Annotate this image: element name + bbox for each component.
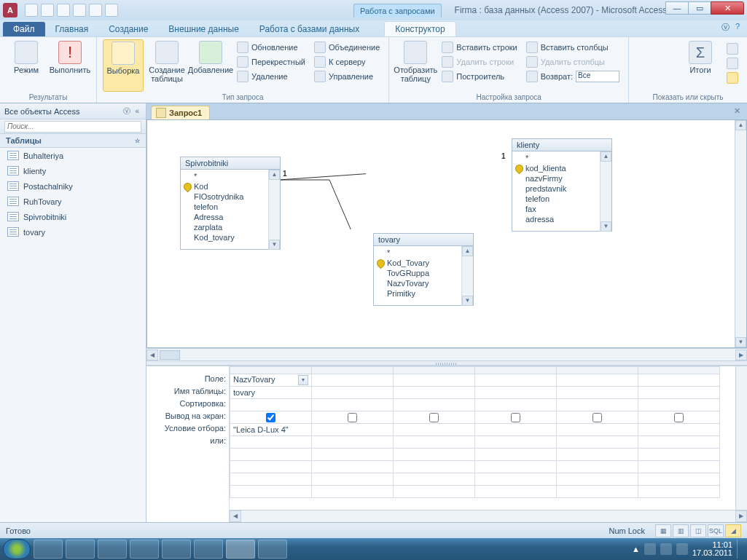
nav-item[interactable]: tovary bbox=[0, 224, 146, 240]
update-button[interactable]: Обновление bbox=[234, 41, 308, 54]
scroll-left-icon[interactable]: ◀ bbox=[146, 350, 158, 360]
return-combo[interactable]: Все bbox=[576, 71, 619, 82]
scroll-left-icon[interactable]: ◀ bbox=[230, 510, 241, 522]
qbe-scrollbar-h[interactable]: ◀ ▶ bbox=[230, 510, 747, 522]
params-button[interactable] bbox=[724, 42, 741, 55]
view-datasheet-icon[interactable]: ▦ bbox=[655, 524, 671, 537]
tab-home[interactable]: Главная bbox=[45, 22, 99, 36]
view-chart-icon[interactable]: ◫ bbox=[690, 524, 706, 537]
field-item[interactable]: nazvFirmy bbox=[524, 173, 609, 184]
insertrows-button[interactable]: Вставить строки bbox=[439, 41, 520, 54]
nav-item[interactable]: klienty bbox=[0, 163, 146, 178]
tray-volume-icon[interactable] bbox=[676, 543, 688, 555]
scroll-right-icon[interactable]: ▶ bbox=[735, 510, 747, 522]
query-designer[interactable]: 1 1 Spivrobitniki *KodFIOsotrydnikatelef… bbox=[146, 119, 747, 348]
field-item[interactable]: fax bbox=[524, 204, 609, 214]
minimize-button[interactable]: — bbox=[665, 1, 689, 15]
collapse-group-icon[interactable]: ☆ bbox=[135, 138, 140, 144]
showtable-button[interactable]: Отобразить таблицу bbox=[395, 39, 436, 92]
field-item[interactable]: zarplata bbox=[192, 222, 277, 232]
table-title[interactable]: tovary bbox=[374, 234, 473, 246]
field-item[interactable]: Kod_Tovary bbox=[386, 258, 470, 268]
field-star[interactable]: * bbox=[192, 171, 277, 181]
maketable-button[interactable]: Создание таблицы bbox=[146, 39, 187, 92]
field-item[interactable]: adressa bbox=[524, 214, 609, 224]
document-close-button[interactable]: ✕ bbox=[731, 106, 743, 117]
scroll-up-icon[interactable]: ▲ bbox=[462, 246, 473, 256]
scroll-up-icon[interactable]: ▲ bbox=[601, 151, 611, 162]
close-button[interactable]: ✕ bbox=[711, 1, 744, 15]
view-design-icon[interactable]: ◢ bbox=[725, 524, 741, 537]
scroll-right-icon[interactable]: ▶ bbox=[735, 350, 747, 360]
start-button[interactable] bbox=[3, 539, 31, 559]
builder-button[interactable]: Построитель bbox=[439, 70, 520, 83]
select-query-button[interactable]: Выборка bbox=[103, 39, 144, 92]
scroll-down-icon[interactable]: ▼ bbox=[462, 296, 473, 306]
view-sql-icon[interactable]: SQL bbox=[708, 524, 724, 537]
propsheet-button[interactable] bbox=[724, 57, 741, 70]
file-tab[interactable]: Файл bbox=[3, 22, 45, 36]
nav-item[interactable]: RuhTovary bbox=[0, 194, 146, 209]
field-item[interactable]: predstavnik bbox=[524, 184, 609, 194]
delete-button[interactable]: Удаление bbox=[234, 70, 308, 83]
run-button[interactable]: !Выполнить bbox=[50, 39, 90, 92]
field-item[interactable]: TovGRuppa bbox=[386, 268, 470, 278]
table-box-klienty[interactable]: klienty *kod_klientanazvFirmypredstavnik… bbox=[512, 138, 612, 232]
minimize-ribbon-icon[interactable]: ⓥ bbox=[721, 22, 730, 33]
totals-button[interactable]: ΣИтоги bbox=[680, 39, 721, 92]
field-item[interactable]: Kod bbox=[192, 181, 277, 192]
scroll-thumb[interactable] bbox=[160, 350, 180, 360]
field-item[interactable]: telefon bbox=[524, 194, 609, 204]
scrollbar[interactable]: ▲▼ bbox=[461, 246, 473, 306]
qbe-grid[interactable]: Поле: Имя таблицы: Сортировка: Вывод на … bbox=[146, 366, 747, 522]
table-title[interactable]: klienty bbox=[512, 139, 611, 151]
tray-network-icon[interactable] bbox=[660, 543, 672, 555]
qat-btn-icon[interactable] bbox=[89, 4, 102, 17]
table-box-spivrobitniki[interactable]: Spivrobitniki *KodFIOsotrydnikatelefonAd… bbox=[180, 157, 281, 250]
navgroup-tables[interactable]: Таблицы☆ bbox=[0, 134, 146, 148]
scrollbar[interactable]: ▲▼ bbox=[600, 151, 611, 232]
splitter-handle[interactable] bbox=[146, 360, 747, 366]
qbe-show-checkbox[interactable] bbox=[266, 413, 275, 422]
tab-external[interactable]: Внешние данные bbox=[158, 22, 249, 36]
table-box-tovary[interactable]: tovary *Kod_TovaryTovGRuppaNazvTovaryPri… bbox=[373, 233, 474, 306]
qbe-show-checkbox[interactable] bbox=[348, 413, 357, 422]
qat-save-icon[interactable] bbox=[25, 4, 38, 17]
scroll-down-icon[interactable]: ▼ bbox=[735, 337, 746, 347]
taskbar-access-icon[interactable] bbox=[226, 540, 255, 559]
view-pivot-icon[interactable]: ▥ bbox=[673, 524, 689, 537]
taskbar-calc-icon[interactable] bbox=[194, 540, 223, 559]
taskbar-app2-icon[interactable] bbox=[162, 540, 191, 559]
qbe-show-checkbox[interactable] bbox=[674, 413, 684, 422]
system-tray[interactable]: ▲ 11:0117.03.2011 bbox=[632, 538, 743, 560]
nav-item[interactable]: Postachalniky bbox=[0, 178, 146, 194]
table-title[interactable]: Spivrobitniki bbox=[181, 157, 280, 170]
qbe-show-checkbox[interactable] bbox=[511, 413, 520, 422]
tab-design[interactable]: Конструктор bbox=[384, 21, 455, 36]
qbe-cell-table[interactable]: tovary bbox=[230, 387, 312, 399]
qbe-cell-criteria[interactable]: "Leica D-Lux 4" bbox=[230, 424, 312, 436]
qbe-cell-field[interactable]: NazvTovary▼ bbox=[230, 374, 312, 387]
field-star[interactable]: * bbox=[386, 248, 470, 258]
qbe-scrollbar-v[interactable] bbox=[735, 366, 747, 510]
scroll-down-icon[interactable]: ▼ bbox=[269, 240, 280, 250]
deleterows-button[interactable]: Удалить строки bbox=[439, 55, 520, 68]
tray-show-hidden-icon[interactable]: ▲ bbox=[632, 545, 640, 553]
qat-more-icon[interactable] bbox=[73, 4, 86, 17]
scrollbar[interactable]: ▲▼ bbox=[268, 170, 280, 250]
qat-redo-icon[interactable] bbox=[57, 4, 70, 17]
tab-create[interactable]: Создание bbox=[98, 22, 158, 36]
navpane-collapse-icon[interactable]: « bbox=[133, 107, 141, 115]
navpane-header[interactable]: Все объекты Access ⓥ « bbox=[0, 103, 146, 119]
show-desktop-button[interactable] bbox=[737, 540, 743, 559]
field-item[interactable]: Adressa bbox=[192, 212, 277, 222]
field-item[interactable]: kod_klienta bbox=[524, 163, 609, 173]
tab-dbtools[interactable]: Работа с базами данных bbox=[249, 22, 369, 36]
tablenames-button[interactable] bbox=[724, 71, 741, 84]
qbe-table[interactable]: NazvTovary▼ tovary "Leica D-Lux 4" bbox=[230, 366, 720, 498]
nav-item[interactable]: Buhalteriya bbox=[0, 148, 146, 163]
qat-dropdown-icon[interactable] bbox=[105, 4, 118, 17]
union-button[interactable]: Объединение bbox=[311, 41, 383, 54]
view-button[interactable]: Режим bbox=[6, 39, 47, 92]
document-tab[interactable]: Запрос1 bbox=[151, 106, 210, 119]
